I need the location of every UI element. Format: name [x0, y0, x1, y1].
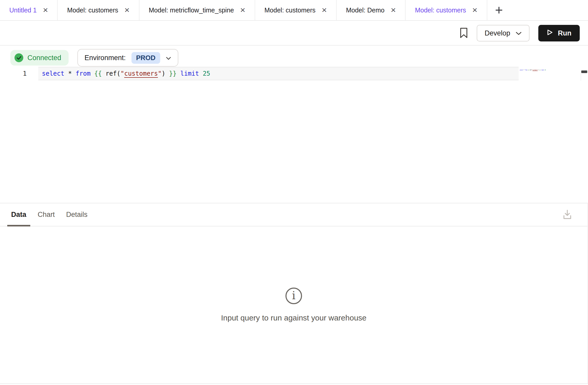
close-icon[interactable]: ×	[391, 5, 396, 14]
code-token[interactable]: *	[68, 70, 72, 77]
close-icon[interactable]: ×	[43, 5, 48, 14]
code-token[interactable]: )	[161, 70, 165, 77]
code-token[interactable]	[177, 70, 180, 77]
code-token[interactable]: limit	[180, 70, 199, 77]
code-token: select	[520, 69, 523, 71]
editor-tab-label: Model: customers	[264, 6, 315, 14]
toolbar: Develop Run	[0, 21, 588, 46]
code-token[interactable]: {{	[94, 70, 102, 77]
bookmark-icon	[460, 27, 468, 39]
results-panel-tab[interactable]: Data	[7, 203, 30, 226]
close-icon[interactable]: ×	[322, 5, 327, 14]
code-token: 25	[545, 69, 546, 71]
results-panel-tab-label: Data	[11, 211, 26, 219]
code-token[interactable]	[102, 70, 105, 77]
chevron-down-icon	[516, 29, 522, 37]
editor-tab-label: Model: customers	[67, 6, 118, 14]
code-token[interactable]: }}	[169, 70, 177, 77]
results-panel-tab[interactable]: Chart	[34, 203, 59, 226]
code-token[interactable]	[72, 70, 76, 77]
download-button[interactable]	[561, 209, 574, 221]
code-token[interactable]: from	[76, 70, 91, 77]
minimap-line: select * from {{ ref("customers") }} lim…	[520, 69, 546, 71]
chevron-down-icon	[166, 54, 171, 62]
develop-button[interactable]: Develop	[477, 25, 529, 41]
editor-tab[interactable]: Model: customers ×	[255, 0, 337, 20]
run-button-label: Run	[558, 29, 571, 37]
results-panel-tab-label: Details	[66, 211, 88, 219]
results-panel-tab-label: Chart	[38, 211, 55, 219]
editor-tab-label: Model: metricflow_time_spine	[149, 6, 234, 14]
code-token[interactable]	[165, 70, 169, 77]
code-token[interactable]: 25	[203, 70, 210, 77]
code-token: from	[525, 69, 527, 71]
add-tab-button[interactable]: +	[487, 0, 511, 20]
code-token[interactable]	[199, 70, 203, 77]
code-line[interactable]: select * from {{ ref("customers") }} lim…	[42, 67, 210, 80]
download-icon	[562, 217, 572, 220]
bookmark-button[interactable]	[460, 27, 468, 39]
editor-tab[interactable]: Model: customers ×	[406, 0, 487, 20]
code-token: limit	[541, 69, 544, 71]
editor-tab[interactable]: Model: Demo ×	[337, 0, 406, 20]
editor-tab[interactable]: Model: customers ×	[58, 0, 139, 20]
code-token: customers	[532, 69, 538, 71]
editor-tab[interactable]: Untitled 1 ×	[0, 0, 58, 20]
empty-state-message: Input query to run against your warehous…	[221, 313, 366, 322]
results-panel-tab[interactable]: Details	[62, 203, 92, 226]
code-token[interactable]: (	[117, 70, 120, 77]
environment-value-pill: PROD	[131, 52, 160, 64]
editor-tab-label: Model: customers	[415, 6, 466, 14]
info-icon-glyph: i	[292, 290, 295, 301]
code-token[interactable]: "	[158, 70, 161, 77]
tab-bar: Untitled 1 × Model: customers × Model: m…	[0, 0, 588, 21]
run-button[interactable]: Run	[538, 25, 580, 41]
develop-button-label: Develop	[484, 29, 510, 37]
close-icon[interactable]: ×	[472, 5, 477, 14]
code-token[interactable]	[91, 70, 94, 77]
status-row: Connected Environment: PROD	[10, 49, 178, 67]
editor-tab[interactable]: Model: metricflow_time_spine ×	[139, 0, 255, 20]
line-number: 1	[23, 67, 27, 80]
info-icon: i	[285, 288, 302, 304]
close-icon[interactable]: ×	[240, 5, 245, 14]
environment-label: Environment:	[85, 54, 126, 62]
code-token[interactable]: "	[120, 70, 124, 77]
check-circle-icon	[14, 53, 23, 62]
close-icon[interactable]: ×	[124, 5, 130, 14]
plus-icon: +	[495, 2, 503, 18]
connection-status-badge: Connected	[10, 50, 69, 66]
tab-bar-tabs: Untitled 1 × Model: customers × Model: m…	[0, 0, 487, 20]
editor-tab-label: Model: Demo	[346, 6, 385, 14]
results-panel-tabs: Data Chart Details	[0, 203, 587, 226]
empty-state: i Input query to run against your wareho…	[0, 288, 587, 322]
code-token[interactable]: select	[42, 70, 64, 77]
editor-scrollbar-thumb[interactable]	[581, 70, 587, 73]
results-panel: Data Chart Details i Input query to run …	[0, 203, 588, 384]
environment-selector[interactable]: Environment: PROD	[77, 49, 178, 67]
code-token[interactable]: ref	[106, 70, 117, 77]
minimap[interactable]: select * from {{ ref("customers") }} lim…	[520, 69, 546, 71]
editor-tab-label: Untitled 1	[9, 6, 37, 14]
code-editor[interactable]: 1 select * from {{ ref("customers") }} l…	[0, 67, 588, 203]
play-icon	[547, 29, 553, 38]
connection-status-label: Connected	[27, 54, 61, 62]
code-token[interactable]: customers	[124, 70, 158, 78]
code-token[interactable]	[64, 70, 68, 77]
